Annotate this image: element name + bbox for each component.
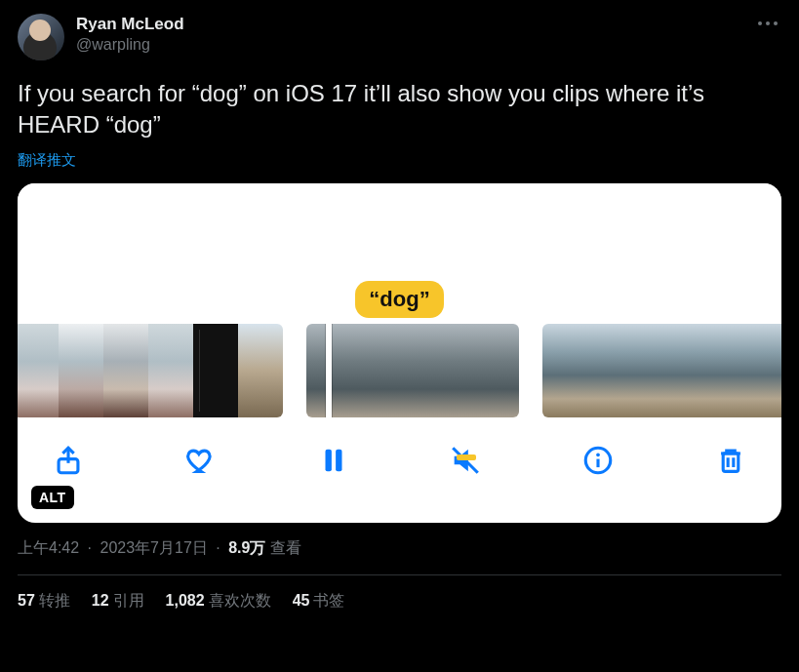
svg-rect-1 [325, 449, 331, 471]
author-display-name: Ryan McLeod [76, 14, 184, 35]
pause-button[interactable] [312, 439, 355, 482]
video-timeline[interactable] [18, 324, 781, 417]
timeline-clip[interactable] [542, 324, 781, 417]
bookmarks-label: 书签 [313, 592, 344, 609]
quotes-count: 12 [92, 592, 109, 609]
retweets-count: 57 [18, 592, 35, 609]
avatar[interactable] [18, 14, 64, 60]
info-button[interactable] [577, 439, 619, 482]
tweet-header: Ryan McLeod @warpling [18, 14, 781, 60]
quotes-stat[interactable]: 12引用 [92, 591, 144, 612]
tweet-date[interactable]: 2023年7月17日 [100, 539, 208, 556]
playhead[interactable] [326, 324, 332, 417]
likes-label: 喜欢次数 [209, 592, 271, 609]
author-handle: @warpling [76, 35, 184, 56]
alt-badge[interactable]: ALT [31, 486, 74, 509]
bookmarks-stat[interactable]: 45书签 [293, 591, 345, 612]
media-whitespace [18, 183, 781, 281]
more-options-button[interactable] [754, 14, 781, 33]
delete-button[interactable] [709, 439, 752, 482]
retweets-stat[interactable]: 57转推 [18, 591, 70, 612]
svg-point-5 [596, 453, 600, 456]
views-label: 查看 [270, 539, 301, 556]
translate-tweet-link[interactable]: 翻译推文 [18, 151, 781, 170]
svg-rect-2 [336, 449, 341, 471]
timeline-clip[interactable] [306, 324, 519, 417]
timeline-marker [457, 455, 476, 460]
likes-count: 1,082 [166, 592, 205, 609]
caption-bubble: “dog” [355, 281, 443, 318]
views-count: 8.9万 [228, 539, 265, 556]
mute-button[interactable] [444, 439, 487, 482]
tweet-container: Ryan McLeod @warpling If you search for … [0, 0, 799, 612]
author-block[interactable]: Ryan McLeod @warpling [76, 14, 184, 56]
tweet-stats: 57转推 12引用 1,082喜欢次数 45书签 [18, 575, 781, 612]
share-button[interactable] [47, 439, 90, 482]
retweets-label: 转推 [39, 592, 70, 609]
quotes-label: 引用 [113, 592, 144, 609]
tweet-meta: 上午4:42 · 2023年7月17日 · 8.9万 查看 [18, 538, 781, 559]
tweet-text: If you search for “dog” on iOS 17 it’ll … [18, 78, 781, 141]
media-controls [18, 417, 781, 482]
likes-stat[interactable]: 1,082喜欢次数 [166, 591, 271, 612]
bookmarks-count: 45 [293, 592, 310, 609]
tweet-time[interactable]: 上午4:42 [18, 539, 79, 556]
tweet-media-card[interactable]: “dog” [18, 183, 781, 523]
svg-rect-6 [723, 454, 739, 471]
timeline-clip[interactable] [18, 324, 283, 417]
like-button[interactable] [180, 439, 222, 482]
